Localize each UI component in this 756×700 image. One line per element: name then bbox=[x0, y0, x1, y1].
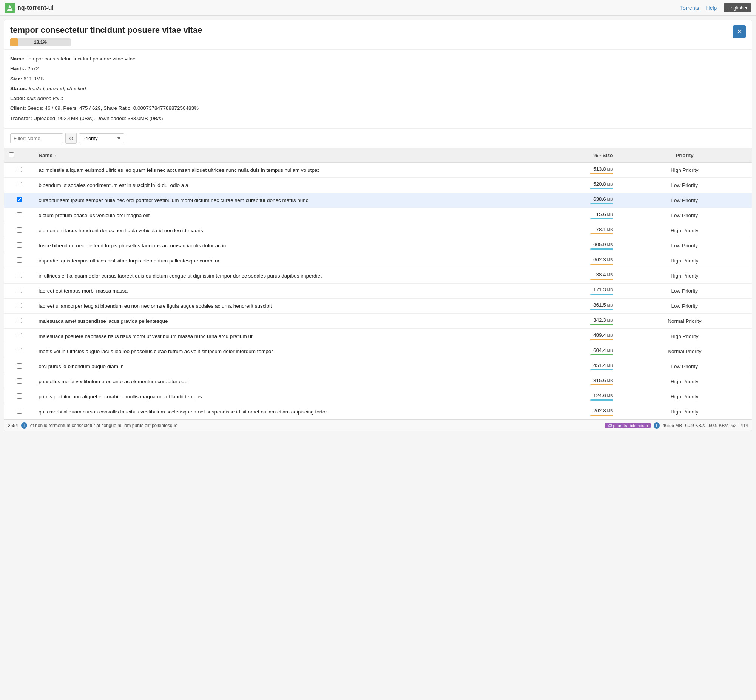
hash-label: Hash:: bbox=[10, 66, 26, 71]
priority-filter-select[interactable]: Priority High Priority Normal Priority L… bbox=[79, 133, 124, 144]
row-priority: High Priority bbox=[617, 374, 752, 389]
size-value: 604.4 MB bbox=[593, 347, 613, 353]
row-name: mattis vel in ultricies augue lacus leo … bbox=[34, 344, 498, 359]
size-bar-wrap: 604.4 MB bbox=[502, 347, 613, 355]
size-bar bbox=[590, 294, 613, 295]
row-checkbox[interactable] bbox=[17, 303, 22, 308]
size-value: 78.1 MB bbox=[596, 227, 613, 232]
row-checkbox[interactable] bbox=[17, 378, 22, 384]
statusbar-label-tag: 🏷 pharetra bibendum bbox=[605, 423, 650, 428]
row-name: elementum lacus hendrerit donec non ligu… bbox=[34, 223, 498, 238]
size-bar-wrap: 361.5 MB bbox=[502, 302, 613, 310]
row-checkbox[interactable] bbox=[17, 408, 22, 414]
row-checkbox-cell bbox=[4, 389, 34, 405]
client-label: Client: bbox=[10, 105, 26, 111]
th-name: Name ↕ bbox=[34, 148, 498, 163]
row-checkbox[interactable] bbox=[17, 167, 22, 172]
filter-input[interactable] bbox=[10, 133, 63, 144]
table-row: laoreet ullamcorper feugiat bibendum eu … bbox=[4, 298, 752, 314]
row-size: 361.5 MB bbox=[498, 298, 617, 314]
size-value: 611.0MB bbox=[23, 76, 44, 81]
nav-links: Torrents Help English ▾ bbox=[680, 3, 751, 12]
row-checkbox[interactable] bbox=[17, 197, 22, 202]
progress-bar: 13.1% bbox=[10, 38, 70, 47]
table-row: elementum lacus hendrerit donec non ligu… bbox=[4, 223, 752, 238]
row-checkbox[interactable] bbox=[17, 363, 22, 369]
row-checkbox[interactable] bbox=[17, 348, 22, 353]
row-checkbox-cell bbox=[4, 178, 34, 193]
table-row: bibendum ut sodales condimentum est in s… bbox=[4, 178, 752, 193]
row-checkbox[interactable] bbox=[17, 288, 22, 293]
progress-label: 13.1% bbox=[34, 40, 47, 45]
info-name-row: Name: tempor consectetur tincidunt posue… bbox=[10, 55, 746, 63]
progress-bar-fill bbox=[10, 38, 18, 47]
row-priority: Low Priority bbox=[617, 208, 752, 223]
row-checkbox[interactable] bbox=[17, 333, 22, 338]
row-priority: Low Priority bbox=[617, 238, 752, 253]
row-name: primis porttitor non aliquet et curabitu… bbox=[34, 389, 498, 405]
row-priority: Low Priority bbox=[617, 284, 752, 298]
size-value: 513.8 MB bbox=[593, 166, 613, 172]
logo-icon bbox=[5, 3, 15, 13]
row-checkbox-cell bbox=[4, 298, 34, 314]
table-body: ac molestie aliquam euismod ultricies le… bbox=[4, 163, 752, 419]
help-link[interactable]: Help bbox=[706, 5, 717, 11]
size-value: 38.4 MB bbox=[596, 272, 613, 278]
row-checkbox[interactable] bbox=[17, 318, 22, 323]
size-bar bbox=[590, 218, 613, 219]
th-priority: Priority bbox=[617, 148, 752, 163]
select-all-checkbox[interactable] bbox=[9, 152, 14, 158]
row-checkbox[interactable] bbox=[17, 182, 22, 187]
info-hash-row: Hash:: 2572 bbox=[10, 64, 746, 73]
row-checkbox[interactable] bbox=[17, 242, 22, 248]
size-value: 262.8 MB bbox=[593, 408, 613, 413]
size-label: Size: bbox=[10, 76, 22, 81]
torrents-link[interactable]: Torrents bbox=[680, 5, 699, 11]
language-button[interactable]: English ▾ bbox=[723, 3, 751, 12]
transfer-value: Uploaded: 992.4MB (0B/s), Downloaded: 38… bbox=[34, 116, 163, 121]
row-checkbox[interactable] bbox=[17, 212, 22, 217]
row-checkbox[interactable] bbox=[17, 273, 22, 278]
statusbar-seeds: 62 - 414 bbox=[731, 423, 748, 428]
row-checkbox-cell bbox=[4, 238, 34, 253]
row-checkbox-cell bbox=[4, 223, 34, 238]
row-checkbox[interactable] bbox=[17, 394, 22, 399]
row-checkbox[interactable] bbox=[17, 227, 22, 233]
row-name: bibendum ut sodales condimentum est in s… bbox=[34, 178, 498, 193]
close-button[interactable]: ✕ bbox=[733, 25, 746, 38]
size-bar-wrap: 78.1 MB bbox=[502, 227, 613, 234]
table-row: imperdiet quis tempus ultrices nisl vita… bbox=[4, 253, 752, 269]
row-size: 342.3 MB bbox=[498, 314, 617, 329]
size-bar-wrap: 815.6 MB bbox=[502, 378, 613, 386]
size-bar bbox=[590, 248, 613, 250]
size-bar-wrap: 15.6 MB bbox=[502, 211, 613, 219]
name-value: tempor consectetur tincidunt posuere vit… bbox=[27, 56, 136, 61]
row-checkbox[interactable] bbox=[17, 258, 22, 263]
statusbar-speed: 60.9 KB/s - 60.9 KB/s bbox=[685, 423, 728, 428]
row-priority: Normal Priority bbox=[617, 344, 752, 359]
size-bar-wrap: 342.3 MB bbox=[502, 317, 613, 325]
size-bar-wrap: 171.3 MB bbox=[502, 287, 613, 295]
row-priority: Normal Priority bbox=[617, 314, 752, 329]
torrent-info: Name: tempor consectetur tincidunt posue… bbox=[4, 50, 752, 129]
size-value: 605.9 MB bbox=[593, 242, 613, 247]
table-row: ac molestie aliquam euismod ultricies le… bbox=[4, 163, 752, 178]
size-bar bbox=[590, 279, 613, 280]
row-name: laoreet ullamcorper feugiat bibendum eu … bbox=[34, 298, 498, 314]
size-value: 489.4 MB bbox=[593, 332, 613, 338]
filter-clear-button[interactable]: ⊙ bbox=[65, 133, 77, 144]
size-value: 638.6 MB bbox=[593, 196, 613, 202]
col-name-label: Name bbox=[39, 153, 53, 158]
size-value: 361.5 MB bbox=[593, 302, 613, 308]
info-status-row: Status: loaded, queued, checked bbox=[10, 84, 746, 93]
row-name: malesuada amet suspendisse lacus gravida… bbox=[34, 314, 498, 329]
label-tag-icon: 🏷 bbox=[608, 423, 612, 428]
info-label-row: Label: duis donec vel a bbox=[10, 94, 746, 103]
size-bar-wrap: 451.4 MB bbox=[502, 362, 613, 370]
row-checkbox-cell bbox=[4, 359, 34, 374]
logo-text: nq-torrent-ui bbox=[17, 5, 54, 11]
row-name: curabitur sem ipsum semper nulla nec orc… bbox=[34, 193, 498, 208]
torrent-title-block: tempor consectetur tincidunt posuere vit… bbox=[10, 25, 733, 47]
table-row: mattis vel in ultricies augue lacus leo … bbox=[4, 344, 752, 359]
size-bar bbox=[590, 400, 613, 401]
